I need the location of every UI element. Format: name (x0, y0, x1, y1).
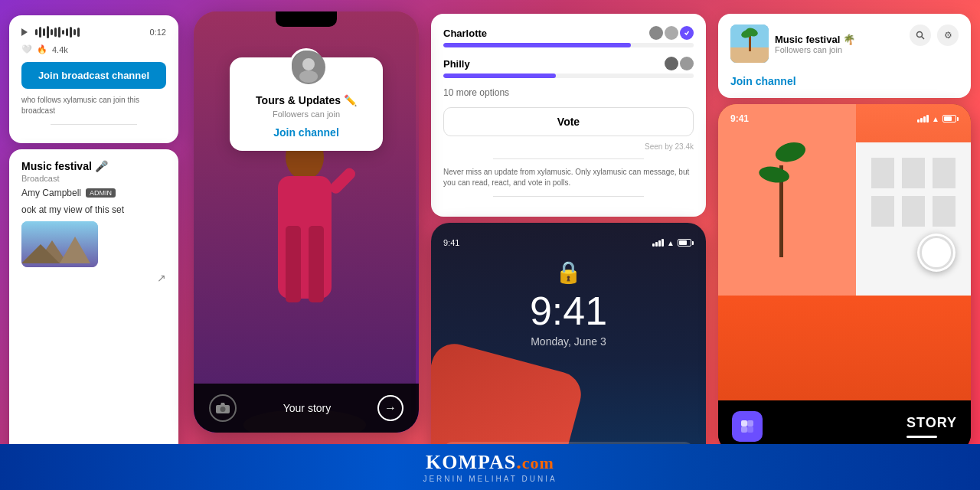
story-time: 9:41 (730, 113, 749, 124)
avatar-svg (292, 51, 325, 84)
likes-count: 4.4k (52, 45, 68, 54)
lock-signal (652, 239, 664, 247)
story-record-button[interactable] (917, 234, 956, 272)
svg-point-12 (302, 58, 315, 70)
poll-avatar-4 (680, 57, 694, 70)
music-card-title: Music festival 🎤 (21, 160, 166, 172)
col2: Tours & Updates ✏️ Followers can join Jo… (188, 0, 425, 444)
broadcast-desc: who follows xylamusic can join this broa… (21, 95, 166, 116)
svg-marker-16 (220, 403, 225, 405)
lock-time: 9:41 (443, 291, 694, 331)
story-battery-tip (957, 117, 959, 121)
poll-card: Charlotte (431, 14, 706, 217)
kompas-com-text: com (522, 453, 554, 472)
poll-bar-2-fill (443, 74, 556, 78)
kompas-dot: . (516, 451, 522, 473)
wave-bar (47, 26, 49, 38)
right-channel-name: Music festival 🌴 (775, 34, 855, 45)
svg-rect-27 (871, 158, 894, 188)
settings-small-icon[interactable]: ⚙ (937, 24, 959, 46)
svg-rect-8 (309, 226, 324, 302)
phone-notch (276, 11, 337, 27)
story-signal (917, 115, 929, 122)
popup-channel-name: Tours & Updates ✏️ (245, 94, 368, 106)
story-sig-1 (917, 119, 920, 122)
likes-row: 🤍 🔥 4.4k (21, 44, 166, 54)
wave-bar (54, 28, 57, 37)
photo-inner (730, 24, 769, 63)
seen-count: Seen by 23.4k (443, 142, 694, 151)
poll-option-1-header: Charlotte (443, 26, 694, 40)
camera-icon[interactable] (209, 394, 237, 422)
username-text: Amy Campbell (21, 188, 81, 198)
image-thumbnail (21, 221, 98, 267)
next-arrow[interactable]: → (377, 395, 403, 421)
top-right-card: Music festival 🌴 Followers can join ⚙ (718, 14, 971, 98)
right-join-container: Join channel (730, 75, 959, 87)
poll-bar-1-bg (443, 43, 694, 47)
kompas-brand-row: KOMPAS.com (426, 451, 554, 474)
divider (51, 124, 137, 125)
message-text: ook at my view of this set (21, 204, 166, 215)
forward-icon: ↗ (157, 272, 166, 284)
broadcast-footer: Never miss an update from xylamusic. Onl… (443, 167, 694, 188)
lock-battery-fill (679, 240, 687, 245)
poll-divider-2 (493, 196, 643, 197)
join-broadcast-button[interactable]: Join broadcast channel (21, 62, 166, 89)
kompas-logo: KOMPAS.com JERNIN MELIHAT DUNIA (423, 451, 557, 483)
lock-screen-phone: 9:41 ▲ (431, 223, 706, 444)
lock-wifi-icon: ▲ (667, 239, 675, 247)
lock-sig-1 (652, 243, 655, 247)
wave-bar (77, 28, 80, 37)
lock-battery-tip (692, 241, 694, 245)
search-small-icon[interactable] (910, 24, 931, 46)
lock-battery-body (678, 239, 691, 247)
svg-rect-38 (747, 420, 753, 426)
music-card: Music festival 🎤 Broadcast Amy Campbell … (9, 149, 178, 444)
poll-avatars-2 (665, 57, 694, 70)
poll-options-icon (680, 26, 694, 40)
admin-badge: ADMIN (86, 188, 116, 198)
poll-divider (493, 158, 643, 159)
footer: KOMPAS.com JERNIN MELIHAT DUNIA (0, 444, 980, 490)
poll-avatars (649, 26, 694, 40)
kompas-brand-name: KOMPAS.com (426, 451, 554, 474)
right-channel-sub: Followers can join (775, 45, 855, 54)
thumb-inner (21, 221, 98, 267)
wave-bar (62, 30, 64, 34)
story-icon-box[interactable] (732, 411, 763, 442)
vote-button[interactable]: Vote (443, 107, 694, 136)
svg-rect-29 (933, 158, 956, 188)
col1: 0:12 🤍 🔥 4.4k Join broadcast channel who… (0, 0, 188, 444)
play-area (21, 28, 29, 36)
story-status-icons: ▲ (917, 115, 959, 123)
desc-text: who follows xylamusic can join this broa… (21, 96, 139, 115)
story-wifi: ▲ (932, 115, 939, 123)
svg-point-17 (684, 30, 690, 36)
notification-bar: Instagram now (443, 442, 694, 444)
poll-bar-2-bg (443, 74, 694, 78)
svg-rect-39 (741, 426, 747, 433)
svg-rect-37 (741, 420, 747, 426)
story-sig-2 (920, 118, 923, 122)
channel-popup: Tours & Updates ✏️ Followers can join Jo… (230, 57, 383, 151)
popup-join-button[interactable]: Join channel (245, 126, 368, 139)
wave-bar (35, 29, 38, 35)
svg-point-23 (917, 32, 923, 38)
check-svg (683, 29, 691, 37)
lock-sig-3 (658, 240, 661, 247)
poll-bar-1-fill (443, 43, 631, 47)
lock-sig-2 (655, 242, 658, 247)
heart-icon: 🤍 (21, 44, 32, 54)
wave-bar (66, 28, 68, 36)
story-battery (942, 115, 959, 122)
right-join-button[interactable]: Join channel (730, 75, 959, 87)
channel-avatar (289, 48, 323, 82)
story-progress-bar (906, 436, 937, 438)
phones-grid: 0:12 🤍 🔥 4.4k Join broadcast channel who… (0, 0, 980, 444)
record-inner (920, 236, 953, 270)
channel-photo-svg (730, 24, 769, 63)
main-area: 0:12 🤍 🔥 4.4k Join broadcast channel who… (0, 0, 980, 444)
lock-status-icons: ▲ (652, 239, 694, 247)
story-box-icon-svg (740, 419, 755, 434)
